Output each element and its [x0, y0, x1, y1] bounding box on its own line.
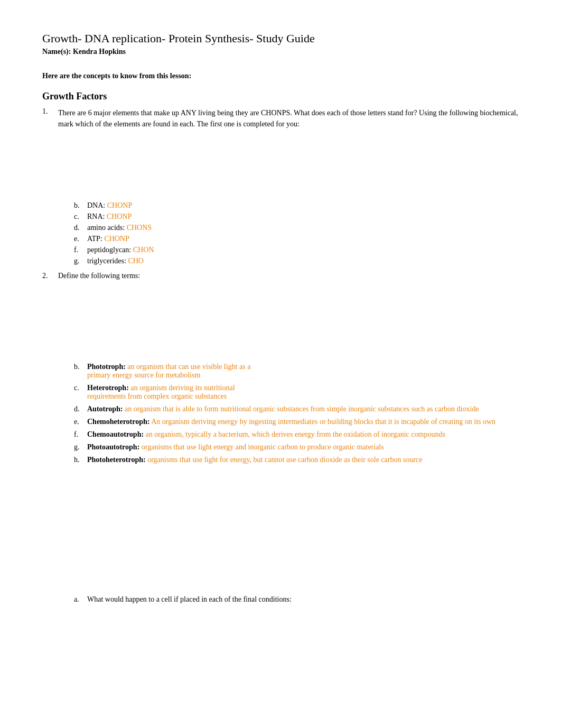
- q1-number: 1.: [42, 107, 58, 130]
- q2-sub-h-answer: organisms that use light for energy, but…: [147, 456, 422, 464]
- q1-sub-g-text: triglycerides: CHO: [87, 257, 519, 265]
- question-3a: a. What would happen to a cell if placed…: [74, 595, 519, 604]
- q2-sub-f-text: Chemoautotroph: an organism, typically a…: [87, 430, 519, 439]
- q2-sub-f-answer: an organism, typically a bacterium, whic…: [146, 430, 445, 438]
- q2-sub-c-label: c.: [74, 384, 87, 401]
- q1-sub-b: b. DNA: CHONP: [74, 201, 519, 210]
- q1-sub-f: f. peptidoglycan: CHON: [74, 246, 519, 254]
- q1-sub-e-label: e.: [74, 235, 87, 243]
- q3-label: a.: [74, 595, 87, 604]
- question-1: 1. There are 6 major elements that make …: [42, 107, 519, 130]
- q1-sub-f-text: peptidoglycan: CHON: [87, 246, 519, 254]
- q2-sub-h: h. Photoheterotroph: organisms that use …: [74, 456, 519, 464]
- page-title: Growth- DNA replication- Protein Synthes…: [42, 32, 519, 45]
- q1-sub-g-label: g.: [74, 257, 87, 265]
- section-heading-growth-factors: Growth Factors: [42, 91, 519, 102]
- q1-sub-b-label: b.: [74, 201, 87, 210]
- q1-sub-b-text: DNA: CHONP: [87, 201, 519, 210]
- q1-sub-c-text: RNA: CHONP: [87, 213, 519, 221]
- q1-sub-b-answer: CHONP: [107, 201, 132, 209]
- q2-end-blank-space: [42, 468, 519, 542]
- q1-sub-e: e. ATP: CHONP: [74, 235, 519, 243]
- q2-end-blank-space-2: [42, 542, 519, 595]
- q1-sub-d-answer: CHONS: [127, 224, 152, 232]
- q2-blank-space: [42, 284, 519, 358]
- q2-sub-e: e. Chemoheterotroph: An organism derivin…: [74, 418, 519, 426]
- q1-sub-list: b. DNA: CHONP c. RNA: CHONP d. amino aci…: [74, 201, 519, 265]
- q1-text: There are 6 major elements that make up …: [58, 107, 519, 130]
- q1-sub-f-label: f.: [74, 246, 87, 254]
- q1-sub-d-label: d.: [74, 224, 87, 232]
- q1-sub-d-text: amino acids: CHONS: [87, 224, 519, 232]
- q2-sub-b-label: b.: [74, 363, 87, 380]
- q2-sub-list: b. Phototroph: an organism that can use …: [74, 363, 519, 464]
- q1-sub-g-answer: CHO: [128, 257, 144, 265]
- q2-sub-g-label: g.: [74, 443, 87, 451]
- q1-sub-e-text: ATP: CHONP: [87, 235, 519, 243]
- q2-sub-e-answer: An organism deriving energy by ingesting…: [151, 418, 495, 426]
- q2-sub-g-answer: organisms that use light energy and inor…: [142, 443, 384, 451]
- q1-sub-e-answer: CHONP: [104, 235, 129, 243]
- q2-sub-h-label: h.: [74, 456, 87, 464]
- q1-blank-space: [42, 134, 519, 197]
- q1-sub-g: g. triglycerides: CHO: [74, 257, 519, 265]
- author-name: Name(s): Kendra Hopkins: [42, 48, 519, 56]
- q2-sub-f: f. Chemoautotroph: an organism, typicall…: [74, 430, 519, 439]
- q1-sub-c-answer: CHONP: [107, 213, 132, 220]
- q1-sub-f-answer: CHON: [133, 246, 154, 254]
- q2-sub-c-text: Heterotroph: an organism deriving its nu…: [87, 384, 519, 401]
- q2-sub-b-text: Phototroph: an organism that can use vis…: [87, 363, 519, 380]
- q3-text: What would happen to a cell if placed in…: [87, 595, 519, 604]
- q2-sub-c: c. Heterotroph: an organism deriving its…: [74, 384, 519, 401]
- q2-sub-d: d. Autotroph: an organism that is able t…: [74, 405, 519, 413]
- q2-sub-e-label: e.: [74, 418, 87, 426]
- q2-sub-h-text: Photoheterotroph: organisms that use lig…: [87, 456, 519, 464]
- q1-sub-d: d. amino acids: CHONS: [74, 224, 519, 232]
- q2-sub-f-label: f.: [74, 430, 87, 439]
- question-2: 2. Define the following terms:: [42, 272, 519, 280]
- q2-sub-d-label: d.: [74, 405, 87, 413]
- q2-text: Define the following terms:: [58, 272, 519, 280]
- q1-sub-c: c. RNA: CHONP: [74, 213, 519, 221]
- q2-sub-b: b. Phototroph: an organism that can use …: [74, 363, 519, 380]
- q2-sub-g: g. Photoautotroph: organisms that use li…: [74, 443, 519, 451]
- q1-sub-c-label: c.: [74, 213, 87, 221]
- q2-sub-g-text: Photoautotroph: organisms that use light…: [87, 443, 519, 451]
- q2-number: 2.: [42, 272, 58, 280]
- intro-note: Here are the concepts to know from this …: [42, 72, 519, 80]
- q2-sub-d-answer: an organism that is able to form nutriti…: [125, 405, 479, 413]
- q2-sub-d-text: Autotroph: an organism that is able to f…: [87, 405, 519, 413]
- q2-sub-e-text: Chemoheterotroph: An organism deriving e…: [87, 418, 519, 426]
